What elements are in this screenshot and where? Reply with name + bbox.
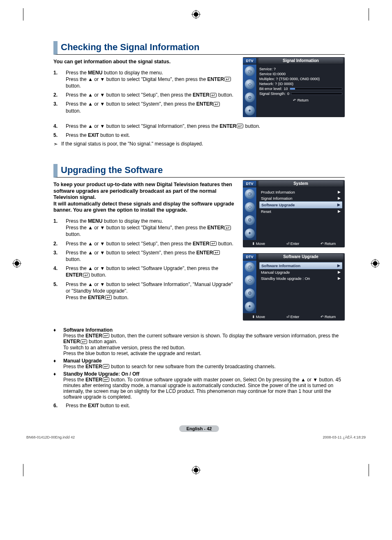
- osd-footer-hints: ⬍ Move ⏎ Enter ↶ Return: [243, 240, 345, 247]
- enter-button-label: ENTER: [66, 272, 83, 278]
- registration-mark-icon: [191, 10, 201, 19]
- step-item: 4. Press the ▲ or ▼ button to select "So…: [53, 265, 236, 278]
- osd-icon-strip: ◷ ◇ ⚙ ✦: [243, 65, 257, 117]
- crop-marks-bottom: [23, 464, 369, 476]
- exit-button-label: EXIT: [88, 132, 99, 138]
- osd-icon: ◷: [245, 262, 255, 272]
- registration-mark-icon: [12, 259, 21, 268]
- osd-icon: ✦: [245, 228, 255, 238]
- section-heading-signal: Checking the Signal Information: [53, 41, 345, 55]
- enter-button-label: ENTER: [85, 333, 102, 339]
- osd-footer-hints: ⬍ Move ⏎ Enter ↶ Return: [243, 313, 345, 321]
- osd-menu-item: Signal Information▶: [259, 195, 342, 201]
- page-content: Checking the Signal Information You can …: [53, 41, 345, 432]
- sub-bullet-title: Manual Upgrade: [63, 358, 345, 364]
- step-item: 1. Press the MENU button to display the …: [53, 69, 236, 90]
- osd-info-line: Multiplex: ? (TSID 0000, ONID 0000): [259, 77, 342, 81]
- enter-icon: [210, 93, 217, 97]
- crop-marks-top: [23, 8, 369, 21]
- enter-icon: [210, 241, 217, 246]
- osd-dtv-badge: DTV: [243, 181, 257, 187]
- osd-dtv-badge: DTV: [243, 254, 257, 260]
- note-arrow-icon: ➣: [53, 141, 58, 148]
- enter-button-label: ENTER: [88, 295, 105, 300]
- enter-button-label: ENTER: [207, 76, 224, 82]
- osd-icon: ◇: [245, 202, 255, 212]
- osd-menu-item-selected: Software Information▶: [259, 262, 342, 269]
- step-item: 3. Press the ▲ or ▼ button to select "Sy…: [53, 101, 236, 114]
- note-line: ➣ If the signal status is poor, the "No …: [53, 141, 345, 148]
- page-number: English - 42: [53, 425, 345, 432]
- enter-icon: [105, 295, 112, 300]
- osd-icon-strip: ◷ ◇ ⚙ ✦: [243, 187, 257, 240]
- enter-button-label: ENTER: [196, 101, 213, 107]
- enter-icon: [103, 364, 109, 369]
- osd-icon-strip: ◷ ◇ ⚙ ✦: [243, 261, 257, 313]
- enter-icon: [224, 226, 231, 230]
- osd-icon: ⚙: [245, 92, 255, 102]
- osd-return-hint: ↶ Return: [259, 97, 342, 103]
- enter-icon: [213, 250, 220, 255]
- sub-bullet-title: Standby Mode Upgrade: On / Off: [63, 371, 345, 377]
- print-footer: BN68-01412D-00Eng.indd 42 2008-03-11 ¿ÀÈ…: [26, 435, 366, 439]
- osd-icon: ✦: [245, 302, 255, 312]
- sub-bullet: ♦ Standby Mode Upgrade: On / Off Press t…: [53, 371, 345, 400]
- print-file-name: BN68-01412D-00Eng.indd 42: [26, 435, 75, 439]
- osd-title: Software Upgrade: [258, 254, 343, 260]
- osd-bit-error: Bit error level: 10: [259, 87, 342, 91]
- osd-info-line: Service ID:0000: [259, 72, 342, 76]
- enter-icon: [81, 339, 87, 344]
- intro-text: You can get information about the signal…: [53, 59, 236, 65]
- osd-signal-strength: Signal Strength: 0: [259, 92, 342, 96]
- osd-icon: ◷: [245, 66, 255, 76]
- osd-icon: ✦: [245, 106, 255, 115]
- print-timestamp: 2008-03-11 ¿ÀÈÄ 4:18:29: [323, 435, 366, 439]
- step-item: 2. Press the ▲ or ▼ button to select "Se…: [53, 240, 236, 247]
- osd-software-upgrade: DTV Software Upgrade ◷ ◇ ⚙ ✦ Software In…: [243, 253, 345, 321]
- step-item: 4. Press the ▲ or ▼ button to select "Si…: [53, 123, 345, 129]
- step-item: 5. Press the EXIT button to exit.: [53, 132, 345, 138]
- enter-icon: [224, 77, 231, 81]
- osd-info-line: Service: ?: [259, 67, 342, 71]
- osd-system: DTV System ◷ ◇ ⚙ ✦ Product Information▶ …: [243, 180, 345, 247]
- osd-menu-item: Standby Mode upgrade : On▶: [259, 275, 342, 282]
- menu-button-label: MENU: [88, 70, 102, 76]
- osd-icon: ◇: [245, 79, 255, 89]
- enter-button-label: ENTER: [85, 377, 102, 383]
- osd-icon: ◷: [245, 189, 255, 199]
- enter-icon: [103, 333, 109, 338]
- enter-button-label: ENTER: [85, 364, 102, 369]
- enter-button-label: ENTER: [219, 123, 236, 129]
- exit-button-label: EXIT: [88, 403, 99, 408]
- osd-menu-item: Product Information▶: [259, 189, 342, 195]
- osd-menu-item-selected: Software Upgrade▶: [259, 201, 342, 208]
- osd-title: Signal Information: [258, 58, 343, 64]
- osd-icon: ⚙: [245, 288, 255, 298]
- osd-icon: ◇: [245, 275, 255, 285]
- enter-icon: [213, 102, 220, 106]
- sub-bullet: ♦ Software Information Press the ENTER b…: [53, 327, 345, 356]
- osd-icon: ⚙: [245, 215, 255, 225]
- osd-signal-information: DTV Signal Information ◷ ◇ ⚙ ✦ Service: …: [243, 57, 345, 117]
- osd-menu-item: Reset▶: [259, 208, 342, 215]
- sub-bullet: ♦ Manual Upgrade Press the ENTER button …: [53, 358, 345, 369]
- registration-mark-icon: [371, 259, 380, 268]
- step-item: 1. Press the MENU button to display the …: [53, 218, 236, 238]
- registration-mark-icon: [191, 466, 201, 475]
- sub-bullet-title: Software Information: [63, 327, 345, 333]
- step-item: 5. Press the ▲ or ▼ button to select "So…: [53, 281, 236, 301]
- intro-text: To keep your product up-to-date with new…: [53, 182, 236, 214]
- enter-button-label: ENTER: [193, 92, 210, 98]
- enter-icon: [237, 124, 243, 128]
- enter-icon: [103, 377, 109, 382]
- menu-button-label: MENU: [88, 218, 102, 224]
- osd-info-line: Network: ? (ID 0000): [259, 82, 342, 86]
- enter-icon: [83, 273, 90, 277]
- osd-title: System: [258, 181, 343, 187]
- enter-button-label: ENTER: [193, 241, 210, 247]
- section-heading-upgrade: Upgrading the Software: [53, 164, 345, 178]
- enter-button-label: ENTER: [196, 250, 213, 256]
- osd-menu-item: Manual Upgrade▶: [259, 269, 342, 275]
- enter-button-label: ENTER: [207, 225, 224, 231]
- enter-button-label: ENTER: [63, 339, 80, 344]
